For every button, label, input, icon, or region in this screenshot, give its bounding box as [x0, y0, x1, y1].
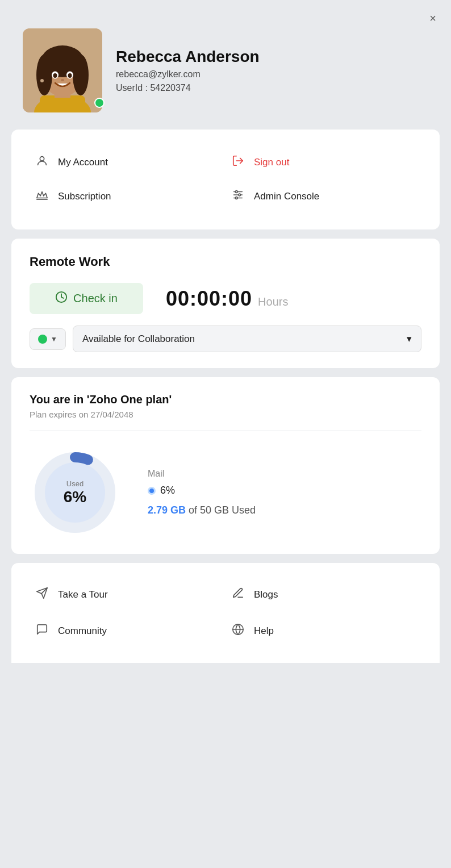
footer-item-community[interactable]: Community [30, 613, 226, 649]
menu-item-admin-console[interactable]: Admin Console [226, 180, 421, 214]
plan-subtitle: Plan expires on 27/04/2048 [30, 410, 421, 419]
donut-percent: 6% [64, 488, 86, 506]
community-label: Community [58, 625, 107, 637]
checkin-label: Check in [73, 292, 118, 305]
menu-grid: My Account Sign out [30, 145, 421, 214]
storage-used-amount: 2.79 GB [148, 504, 186, 516]
avatar [23, 28, 102, 112]
help-label: Help [254, 625, 274, 637]
main-panel: × [0, 0, 451, 868]
svg-point-21 [235, 191, 237, 193]
community-icon [34, 623, 50, 639]
remote-work-title: Remote Work [30, 254, 421, 269]
signout-icon [230, 155, 246, 170]
crown-icon [34, 189, 50, 205]
mail-dot-icon [148, 487, 156, 495]
storage-app-row: 6% [148, 485, 256, 496]
profile-section: Rebecca Anderson rebecca@zylker.com User… [11, 11, 440, 130]
tour-icon [34, 587, 50, 603]
menu-item-subscription[interactable]: Subscription [30, 180, 226, 214]
blog-icon [230, 587, 246, 603]
timer-display: 00:00:00 Hours [166, 287, 288, 311]
plan-title: You are in 'Zoho One plan' [30, 393, 421, 406]
storage-app-label: Mail [148, 469, 256, 479]
status-dropdown-label: Available for Collaboration [82, 333, 195, 345]
close-icon: × [429, 12, 436, 25]
sign-out-label: Sign out [254, 157, 289, 168]
checkin-row: Check in 00:00:00 Hours [30, 283, 421, 314]
storage-used-text: 2.79 GB of 50 GB Used [148, 504, 256, 516]
profile-email: rebecca@zylker.com [116, 69, 260, 80]
footer-item-help[interactable]: Help [226, 613, 421, 649]
status-dropdown[interactable]: Available for Collaboration ▾ [73, 326, 421, 352]
svg-point-13 [40, 79, 44, 82]
menu-item-sign-out[interactable]: Sign out [226, 145, 421, 180]
footer-card: Take a Tour Blogs Commu [11, 563, 440, 663]
subscription-label: Subscription [58, 191, 111, 202]
donut-chart: Used 6% [30, 447, 120, 538]
close-button[interactable]: × [424, 9, 442, 27]
online-indicator [94, 98, 105, 108]
person-icon [34, 155, 50, 170]
storage-section: Used 6% Mail 6% 2.79 GB of 50 GB Used [30, 447, 421, 538]
remote-work-card: Remote Work Check in 00:00:00 Hours ▼ [11, 239, 440, 368]
checkin-button[interactable]: Check in [30, 283, 143, 314]
donut-label: Used 6% [64, 479, 86, 506]
svg-point-12 [68, 73, 72, 78]
sliders-icon [230, 189, 246, 205]
donut-used-text: Used [64, 479, 86, 488]
menu-card: My Account Sign out [11, 130, 440, 229]
status-dot-button[interactable]: ▼ [30, 328, 66, 350]
storage-total-label: of 50 GB Used [189, 504, 256, 516]
blogs-label: Blogs [254, 589, 278, 600]
status-row: ▼ Available for Collaboration ▾ [30, 326, 421, 352]
menu-item-my-account[interactable]: My Account [30, 145, 226, 180]
status-chevron-down-icon: ▼ [51, 335, 57, 343]
profile-userid: UserId : 54220374 [116, 83, 260, 93]
svg-point-22 [239, 194, 241, 196]
svg-point-14 [61, 79, 64, 81]
storage-info: Mail 6% 2.79 GB of 50 GB Used [148, 469, 256, 516]
svg-point-15 [40, 157, 44, 161]
svg-point-11 [53, 73, 57, 78]
take-a-tour-label: Take a Tour [58, 589, 108, 600]
footer-item-blogs[interactable]: Blogs [226, 577, 421, 613]
avatar-wrapper [23, 28, 102, 112]
timer-digits: 00:00:00 [166, 287, 252, 311]
storage-percent: 6% [160, 485, 175, 496]
footer-item-take-a-tour[interactable]: Take a Tour [30, 577, 226, 613]
svg-rect-8 [41, 57, 84, 69]
plan-card: You are in 'Zoho One plan' Plan expires … [11, 377, 440, 554]
plan-divider [30, 431, 421, 431]
plan-title-prefix: You are in [30, 393, 87, 406]
profile-info: Rebecca Anderson rebecca@zylker.com User… [116, 48, 260, 93]
status-green-dot [38, 335, 47, 344]
timer-unit: Hours [258, 295, 288, 308]
clock-icon [55, 291, 68, 306]
my-account-label: My Account [58, 157, 108, 168]
plan-name: 'Zoho One plan' [87, 393, 172, 406]
admin-console-label: Admin Console [254, 191, 319, 202]
status-dropdown-chevron-icon: ▾ [407, 333, 412, 345]
svg-point-23 [235, 197, 237, 199]
svg-rect-2 [40, 95, 85, 112]
avatar-image [23, 28, 102, 112]
profile-name: Rebecca Anderson [116, 48, 260, 66]
help-icon [230, 623, 246, 639]
footer-grid: Take a Tour Blogs Commu [30, 577, 421, 649]
